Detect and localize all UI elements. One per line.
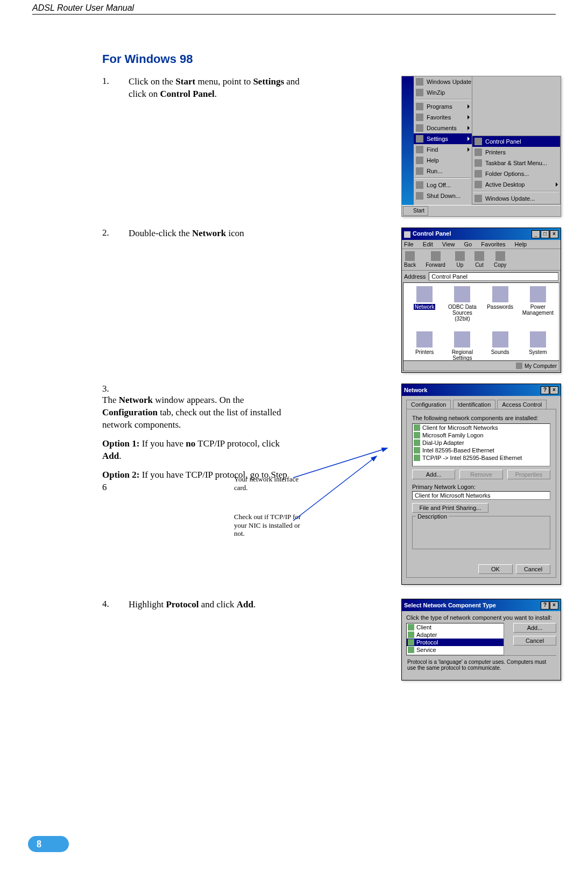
tab-access-control[interactable]: Access Control [497, 400, 547, 409]
submenu-item[interactable]: Printers [472, 147, 560, 158]
menu-view[interactable]: View [442, 241, 455, 247]
list-item[interactable]: Dial-Up Adapter [413, 439, 550, 446]
copy-button[interactable]: Copy [494, 251, 506, 268]
submenu-item[interactable]: Active Desktop [472, 179, 560, 190]
components-list[interactable]: Client for Microsoft Networks Microsoft … [412, 423, 550, 466]
step-1: 1. Click on the Start menu, point to Set… [102, 76, 561, 217]
adapter-icon [414, 440, 420, 446]
submenu-item[interactable]: Folder Options... [472, 168, 560, 179]
maximize-button[interactable]: □ [541, 230, 549, 238]
menu-item[interactable]: Windows Update [414, 76, 472, 87]
address-bar: Address Control Panel [402, 270, 561, 282]
submenu-item[interactable]: Taskbar & Start Menu... [472, 158, 560, 168]
list-item[interactable]: Client [407, 623, 504, 631]
close-button[interactable]: × [550, 230, 558, 238]
chevron-right-icon [467, 104, 470, 109]
forward-button[interactable]: Forward [426, 251, 445, 268]
chevron-right-icon [467, 115, 470, 119]
address-field[interactable]: Control Panel [429, 272, 558, 281]
tab-pane: The following network components are ins… [406, 409, 556, 578]
active-desktop-icon [474, 181, 482, 188]
adapter-icon [408, 632, 414, 638]
step-text: Double-click the Network icon [129, 228, 301, 240]
annotation-tcpip: Check out if TCP/IP for your NIC is inst… [234, 513, 309, 538]
winzip-icon [416, 89, 423, 96]
cp-icon-network[interactable]: Network [407, 286, 442, 328]
window-titlebar: Select Network Component Type ?× [402, 599, 561, 611]
menu-help[interactable]: Help [515, 241, 527, 247]
menu-item-settings[interactable]: Settings [414, 133, 472, 144]
adapter-icon [414, 447, 420, 453]
menu-item[interactable]: Find [414, 144, 472, 155]
chevron-right-icon [467, 147, 470, 152]
chevron-right-icon [467, 126, 470, 130]
help-button[interactable]: ? [541, 386, 549, 394]
logon-combo[interactable]: Client for Microsoft Networks [412, 491, 550, 500]
menu-item[interactable]: Documents [414, 123, 472, 133]
menu-item[interactable]: Log Off... [414, 180, 472, 190]
start-menu-sidebar [402, 76, 414, 205]
printers-icon [474, 148, 482, 156]
step-number: 4. [102, 599, 126, 609]
cp-icon[interactable]: ODBC Data Sources (32bit) [444, 286, 480, 328]
address-label: Address [404, 273, 426, 280]
printers-icon [416, 331, 433, 348]
menu-item[interactable]: Favorites [414, 112, 472, 123]
tab-configuration[interactable]: Configuration [406, 400, 451, 409]
cp-icon[interactable]: Power Management [520, 286, 556, 328]
window-titlebar: Network ?× [402, 384, 561, 396]
properties-button[interactable]: Properties [507, 470, 550, 479]
menu-go[interactable]: Go [464, 241, 472, 247]
component-type-list[interactable]: Client Adapter Protocol Service [406, 623, 504, 655]
menu-favorites[interactable]: Favorites [481, 241, 505, 247]
ok-button[interactable]: OK [478, 564, 513, 574]
annotation-nic: Your network interface card. [234, 475, 309, 492]
menu-edit[interactable]: Edit [423, 241, 433, 247]
logoff-icon [416, 181, 423, 189]
forward-icon [431, 251, 441, 261]
sounds-icon [492, 331, 508, 348]
help-button[interactable]: ? [541, 601, 549, 609]
tab-bar: Configuration Identification Access Cont… [406, 399, 556, 409]
back-button[interactable]: Back [404, 251, 416, 268]
submenu-item-control-panel[interactable]: Control Panel [472, 136, 560, 147]
submenu-item[interactable]: Windows Update... [472, 193, 560, 204]
protocol-icon [414, 455, 420, 461]
add-button[interactable]: Add... [412, 470, 455, 479]
list-item[interactable]: Service [407, 646, 504, 654]
up-button[interactable]: Up [455, 251, 465, 268]
menu-item[interactable]: Programs [414, 101, 472, 112]
run-icon [416, 167, 423, 175]
documents-icon [416, 124, 423, 132]
file-print-sharing-button[interactable]: File and Print Sharing... [412, 503, 488, 513]
cp-icon[interactable]: Passwords [483, 286, 518, 328]
minimize-button[interactable]: _ [532, 230, 540, 238]
list-item[interactable]: Microsoft Family Logon [413, 431, 550, 439]
client-icon [414, 432, 420, 438]
list-item[interactable]: Adapter [407, 631, 504, 639]
close-button[interactable]: × [550, 386, 558, 394]
tab-identification[interactable]: Identification [453, 400, 496, 409]
list-item[interactable]: Client for Microsoft Networks [413, 424, 550, 431]
menu-item[interactable]: Shut Down... [414, 190, 472, 201]
menu-item[interactable]: WinZip [414, 87, 472, 98]
cancel-button[interactable]: Cancel [516, 564, 550, 574]
cancel-button[interactable]: Cancel [513, 636, 556, 646]
service-icon [408, 647, 414, 653]
add-button[interactable]: Add... [513, 623, 556, 633]
start-button[interactable]: Start [403, 206, 428, 216]
step-2: 2. Double-click the Network icon Control… [102, 228, 561, 373]
list-item[interactable]: Intel 82595-Based Ethernet [413, 446, 550, 454]
list-item[interactable]: TCP/IP -> Intel 82595-Based Ethernet [413, 454, 550, 462]
menu-file[interactable]: File [404, 241, 414, 247]
list-item-protocol[interactable]: Protocol [407, 639, 504, 646]
menu-item[interactable]: Run... [414, 166, 472, 176]
taskbar-icon [474, 159, 482, 167]
step-text: Click on the Start menu, point to Settin… [129, 76, 301, 101]
remove-button[interactable]: Remove [459, 470, 502, 479]
menu-item[interactable]: Help [414, 155, 472, 166]
copy-icon [495, 251, 505, 261]
page-header-title: ADSL Router User Manual [32, 3, 134, 12]
close-button[interactable]: × [550, 601, 558, 609]
cut-button[interactable]: Cut [474, 251, 484, 268]
